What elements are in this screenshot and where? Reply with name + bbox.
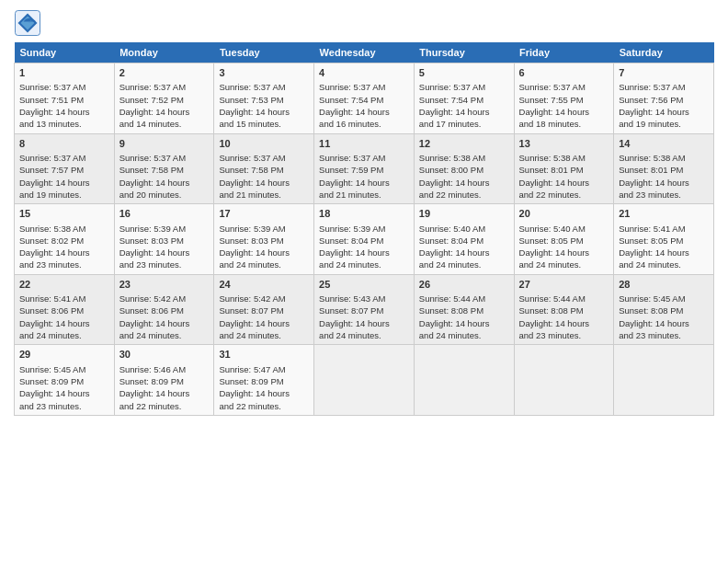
day-number: 20: [519, 207, 609, 221]
day-number: 31: [219, 348, 309, 362]
day-number: 12: [419, 137, 509, 151]
day-number: 23: [119, 278, 210, 292]
calendar-cell: 2Sunrise: 5:37 AM Sunset: 7:52 PM Daylig…: [114, 63, 214, 134]
day-detail: Sunrise: 5:39 AM Sunset: 8:03 PM Dayligh…: [219, 223, 309, 271]
day-detail: Sunrise: 5:46 AM Sunset: 8:09 PM Dayligh…: [119, 363, 210, 412]
day-detail: Sunrise: 5:38 AM Sunset: 8:00 PM Dayligh…: [419, 152, 509, 201]
calendar-cell: 31Sunrise: 5:47 AM Sunset: 8:09 PM Dayli…: [214, 345, 314, 416]
calendar-cell: 7Sunrise: 5:37 AM Sunset: 7:56 PM Daylig…: [614, 63, 714, 134]
day-number: 25: [319, 278, 409, 292]
day-detail: Sunrise: 5:39 AM Sunset: 8:04 PM Dayligh…: [319, 223, 409, 271]
day-detail: Sunrise: 5:44 AM Sunset: 8:08 PM Dayligh…: [419, 293, 509, 341]
day-number: 4: [319, 66, 409, 80]
calendar-cell: 25Sunrise: 5:43 AM Sunset: 8:07 PM Dayli…: [314, 274, 415, 345]
day-detail: Sunrise: 5:38 AM Sunset: 8:01 PM Dayligh…: [619, 152, 709, 201]
calendar-cell: [614, 345, 714, 416]
calendar-cell: 16Sunrise: 5:39 AM Sunset: 8:03 PM Dayli…: [114, 204, 214, 275]
day-detail: Sunrise: 5:37 AM Sunset: 7:56 PM Dayligh…: [619, 81, 709, 130]
calendar-cell: 18Sunrise: 5:39 AM Sunset: 8:04 PM Dayli…: [314, 204, 415, 275]
page: SundayMondayTuesdayWednesdayThursdayFrid…: [0, 0, 728, 563]
day-number: 14: [619, 137, 709, 151]
day-number: 8: [19, 137, 109, 151]
day-number: 30: [119, 348, 210, 362]
day-number: 1: [19, 66, 109, 80]
day-number: 28: [619, 278, 709, 292]
week-row-1: 1Sunrise: 5:37 AM Sunset: 7:51 PM Daylig…: [15, 63, 714, 134]
day-detail: Sunrise: 5:37 AM Sunset: 7:55 PM Dayligh…: [519, 81, 609, 130]
day-detail: Sunrise: 5:37 AM Sunset: 7:58 PM Dayligh…: [119, 152, 210, 201]
week-row-3: 15Sunrise: 5:38 AM Sunset: 8:02 PM Dayli…: [15, 204, 714, 275]
day-number: 2: [119, 66, 210, 80]
calendar-cell: 11Sunrise: 5:37 AM Sunset: 7:59 PM Dayli…: [314, 133, 415, 204]
header-row: SundayMondayTuesdayWednesdayThursdayFrid…: [15, 42, 714, 63]
day-detail: Sunrise: 5:37 AM Sunset: 7:53 PM Dayligh…: [219, 81, 309, 130]
logo: [14, 9, 45, 37]
calendar-cell: 21Sunrise: 5:41 AM Sunset: 8:05 PM Dayli…: [614, 204, 714, 275]
day-detail: Sunrise: 5:45 AM Sunset: 8:09 PM Dayligh…: [19, 363, 109, 412]
calendar-cell: 13Sunrise: 5:38 AM Sunset: 8:01 PM Dayli…: [514, 133, 614, 204]
day-number: 15: [19, 207, 109, 221]
logo-icon: [14, 9, 41, 37]
calendar-cell: 6Sunrise: 5:37 AM Sunset: 7:55 PM Daylig…: [514, 63, 614, 134]
day-detail: Sunrise: 5:42 AM Sunset: 8:07 PM Dayligh…: [219, 293, 309, 341]
header-saturday: Saturday: [614, 42, 714, 63]
calendar-cell: 14Sunrise: 5:38 AM Sunset: 8:01 PM Dayli…: [614, 133, 714, 204]
day-number: 3: [219, 66, 309, 80]
calendar-cell: 9Sunrise: 5:37 AM Sunset: 7:58 PM Daylig…: [114, 133, 214, 204]
week-row-2: 8Sunrise: 5:37 AM Sunset: 7:57 PM Daylig…: [15, 133, 714, 204]
day-detail: Sunrise: 5:41 AM Sunset: 8:05 PM Dayligh…: [619, 223, 709, 271]
day-number: 21: [619, 207, 709, 221]
calendar-cell: 27Sunrise: 5:44 AM Sunset: 8:08 PM Dayli…: [514, 274, 614, 345]
calendar-cell: 12Sunrise: 5:38 AM Sunset: 8:00 PM Dayli…: [414, 133, 514, 204]
calendar-cell: 23Sunrise: 5:42 AM Sunset: 8:06 PM Dayli…: [114, 274, 214, 345]
day-number: 27: [519, 278, 609, 292]
calendar-cell: 1Sunrise: 5:37 AM Sunset: 7:51 PM Daylig…: [15, 63, 115, 134]
day-number: 18: [319, 207, 409, 221]
day-detail: Sunrise: 5:37 AM Sunset: 7:54 PM Dayligh…: [419, 81, 509, 130]
calendar-cell: 15Sunrise: 5:38 AM Sunset: 8:02 PM Dayli…: [15, 204, 115, 275]
header-tuesday: Tuesday: [214, 42, 314, 63]
day-number: 17: [219, 207, 309, 221]
day-detail: Sunrise: 5:37 AM Sunset: 7:51 PM Dayligh…: [19, 81, 109, 130]
calendar-cell: [514, 345, 614, 416]
calendar-cell: [414, 345, 514, 416]
day-number: 11: [319, 137, 409, 151]
day-detail: Sunrise: 5:40 AM Sunset: 8:04 PM Dayligh…: [419, 223, 509, 271]
day-number: 22: [19, 278, 109, 292]
day-detail: Sunrise: 5:37 AM Sunset: 7:58 PM Dayligh…: [219, 152, 309, 201]
week-row-5: 29Sunrise: 5:45 AM Sunset: 8:09 PM Dayli…: [15, 345, 714, 416]
day-number: 26: [419, 278, 509, 292]
calendar-cell: 20Sunrise: 5:40 AM Sunset: 8:05 PM Dayli…: [514, 204, 614, 275]
calendar-cell: [314, 345, 415, 416]
day-detail: Sunrise: 5:38 AM Sunset: 8:02 PM Dayligh…: [19, 223, 109, 271]
day-detail: Sunrise: 5:39 AM Sunset: 8:03 PM Dayligh…: [119, 223, 210, 271]
day-number: 9: [119, 137, 210, 151]
week-row-4: 22Sunrise: 5:41 AM Sunset: 8:06 PM Dayli…: [15, 274, 714, 345]
day-detail: Sunrise: 5:37 AM Sunset: 7:52 PM Dayligh…: [119, 81, 210, 130]
calendar-cell: 24Sunrise: 5:42 AM Sunset: 8:07 PM Dayli…: [214, 274, 314, 345]
day-detail: Sunrise: 5:42 AM Sunset: 8:06 PM Dayligh…: [119, 293, 210, 341]
day-detail: Sunrise: 5:43 AM Sunset: 8:07 PM Dayligh…: [319, 293, 409, 341]
calendar-cell: 22Sunrise: 5:41 AM Sunset: 8:06 PM Dayli…: [15, 274, 115, 345]
day-number: 5: [419, 66, 509, 80]
day-detail: Sunrise: 5:41 AM Sunset: 8:06 PM Dayligh…: [19, 293, 109, 341]
calendar-cell: 8Sunrise: 5:37 AM Sunset: 7:57 PM Daylig…: [15, 133, 115, 204]
day-detail: Sunrise: 5:37 AM Sunset: 7:59 PM Dayligh…: [319, 152, 409, 201]
header-wednesday: Wednesday: [314, 42, 415, 63]
day-number: 19: [419, 207, 509, 221]
day-number: 29: [19, 348, 109, 362]
calendar-cell: 19Sunrise: 5:40 AM Sunset: 8:04 PM Dayli…: [414, 204, 514, 275]
day-detail: Sunrise: 5:44 AM Sunset: 8:08 PM Dayligh…: [519, 293, 609, 341]
day-number: 16: [119, 207, 210, 221]
day-detail: Sunrise: 5:47 AM Sunset: 8:09 PM Dayligh…: [219, 363, 309, 412]
calendar-cell: 26Sunrise: 5:44 AM Sunset: 8:08 PM Dayli…: [414, 274, 514, 345]
day-number: 7: [619, 66, 709, 80]
day-number: 10: [219, 137, 309, 151]
day-detail: Sunrise: 5:37 AM Sunset: 7:57 PM Dayligh…: [19, 152, 109, 201]
day-number: 24: [219, 278, 309, 292]
calendar-cell: 28Sunrise: 5:45 AM Sunset: 8:08 PM Dayli…: [614, 274, 714, 345]
day-number: 6: [519, 66, 609, 80]
calendar-cell: 4Sunrise: 5:37 AM Sunset: 7:54 PM Daylig…: [314, 63, 415, 134]
day-detail: Sunrise: 5:45 AM Sunset: 8:08 PM Dayligh…: [619, 293, 709, 341]
day-detail: Sunrise: 5:37 AM Sunset: 7:54 PM Dayligh…: [319, 81, 409, 130]
